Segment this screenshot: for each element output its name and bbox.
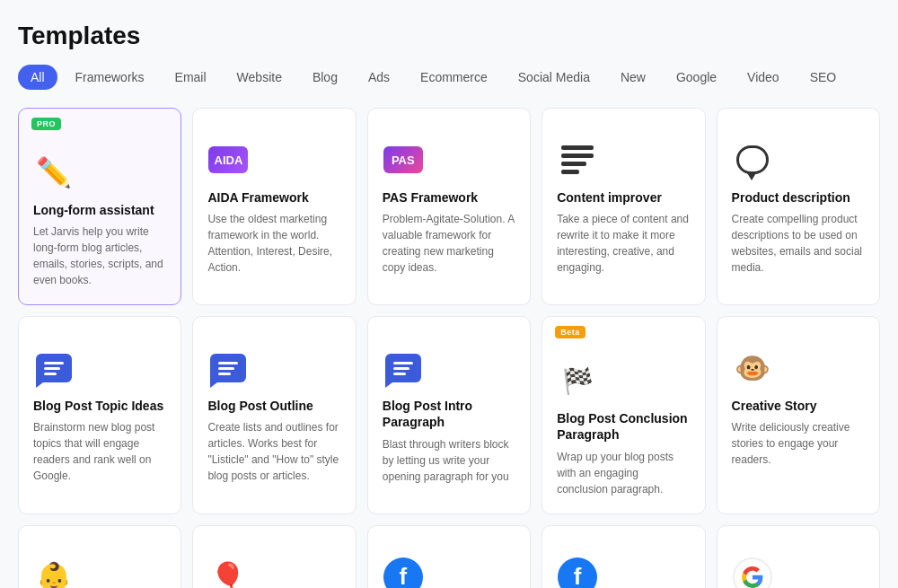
- card-content-improver[interactable]: Content improver Take a piece of content…: [541, 108, 705, 305]
- aida-icon: AIDA: [207, 139, 249, 180]
- templates-grid: PRO ✏️ Long-form assistant Let Jarvis he…: [18, 108, 880, 588]
- card-desc: Problem-Agitate-Solution. A valuable fra…: [383, 211, 515, 276]
- badge-beta: Beta: [555, 326, 585, 338]
- card-title: Blog Post Conclusion Paragraph: [557, 410, 690, 443]
- card-desc: Wrap up your blog posts with an engaging…: [557, 449, 690, 497]
- card-creative-story[interactable]: 🐵 Creative Story Write deliciously creat…: [717, 316, 880, 513]
- filter-ads[interactable]: Ads: [356, 65, 402, 90]
- card-desc: Blast through writers block by letting u…: [383, 436, 515, 485]
- filter-email[interactable]: Email: [163, 65, 219, 90]
- balloon-icon: 🎈: [207, 557, 249, 588]
- card-title: Creative Story: [732, 398, 865, 414]
- monkey-icon: 🐵: [732, 347, 773, 389]
- card-blog-topic[interactable]: Blog Post Topic Ideas Brainstorm new blo…: [18, 316, 181, 513]
- card-desc: Create lists and outlines for articles. …: [207, 419, 340, 484]
- card-title: Blog Post Outline: [207, 398, 340, 414]
- flag-icon: 🏁: [557, 360, 598, 401]
- card-desc: Take a piece of content and rewrite it t…: [557, 211, 690, 276]
- card-explain-child[interactable]: 👶 Explain It To a Child Rephrase text to…: [18, 525, 181, 588]
- filter-all[interactable]: All: [18, 65, 57, 90]
- facebook-icon: f: [383, 557, 424, 588]
- baby-icon: 👶: [33, 557, 75, 588]
- filter-website[interactable]: Website: [224, 65, 295, 90]
- pas-icon: PAS: [383, 139, 424, 180]
- blog-outline-icon: [207, 347, 249, 389]
- pencil-icon: ✏️: [33, 152, 75, 193]
- google-icon: [732, 557, 773, 588]
- facebook-primary-icon: f: [557, 557, 598, 588]
- filter-ecommerce[interactable]: Ecommerce: [408, 65, 500, 90]
- card-blog-outline[interactable]: Blog Post Outline Create lists and outli…: [192, 316, 356, 513]
- lines-icon: [557, 139, 598, 180]
- filter-video[interactable]: Video: [735, 65, 792, 90]
- card-title: Content improver: [557, 189, 690, 206]
- card-fb-headline[interactable]: f Facebook ad headline Generate scroll-s…: [367, 525, 531, 588]
- filter-blog[interactable]: Blog: [300, 65, 350, 90]
- card-title: Product description: [732, 189, 865, 206]
- filter-bar: All Frameworks Email Website Blog Ads Ec…: [18, 65, 880, 90]
- speech-icon: [732, 139, 773, 180]
- card-fb-primary[interactable]: f Facebook ad primary text: [541, 525, 705, 588]
- card-desc: Create compelling product descriptions t…: [732, 211, 865, 276]
- card-blog-conclusion[interactable]: Beta 🏁 Blog Post Conclusion Paragraph Wr…: [541, 316, 705, 513]
- card-desc: Write deliciously creative stories to en…: [732, 419, 865, 468]
- card-title: Blog Post Intro Paragraph: [383, 398, 515, 430]
- card-title: AIDA Framework: [207, 189, 340, 206]
- card-google-ads[interactable]: Google ads headline Create high converti…: [717, 525, 880, 588]
- card-aida[interactable]: AIDA AIDA Framework Use the oldest marke…: [192, 108, 356, 305]
- card-pas[interactable]: PAS PAS Framework Problem-Agitate-Soluti…: [367, 108, 531, 305]
- card-long-form[interactable]: PRO ✏️ Long-form assistant Let Jarvis he…: [18, 108, 181, 305]
- filter-seo[interactable]: SEO: [797, 65, 850, 90]
- card-title: Long-form assistant: [33, 202, 166, 218]
- card-product-desc[interactable]: Product description Create compelling pr…: [717, 108, 880, 305]
- filter-new[interactable]: New: [608, 65, 658, 90]
- card-desc: Use the oldest marketing framework in th…: [207, 211, 340, 276]
- blog-msg-icon: [33, 347, 75, 389]
- card-blog-intro[interactable]: Blog Post Intro Paragraph Blast through …: [367, 316, 531, 513]
- card-sentence-expander[interactable]: 🎈 Sentence Expander Expand a short sente…: [192, 525, 356, 588]
- badge-pro: PRO: [31, 118, 61, 130]
- page-title: Templates: [18, 22, 880, 50]
- card-title: PAS Framework: [383, 189, 515, 206]
- card-title: Blog Post Topic Ideas: [33, 398, 166, 414]
- filter-google[interactable]: Google: [664, 65, 729, 90]
- blog-intro-icon: [383, 347, 424, 389]
- card-desc: Brainstorm new blog post topics that wil…: [33, 419, 166, 484]
- filter-frameworks[interactable]: Frameworks: [63, 65, 157, 90]
- filter-social-media[interactable]: Social Media: [506, 65, 603, 90]
- card-desc: Let Jarvis help you write long-form blog…: [33, 224, 166, 288]
